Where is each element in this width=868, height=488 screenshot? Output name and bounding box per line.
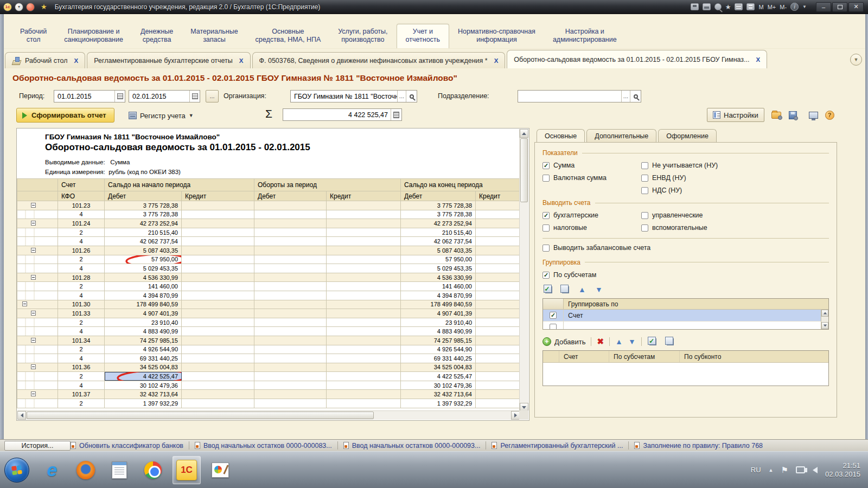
tree-cell[interactable] bbox=[17, 327, 58, 336]
turnover-credit-cell[interactable] bbox=[327, 345, 401, 354]
tree-cell[interactable] bbox=[17, 354, 58, 363]
begin-debit-cell[interactable]: 178 499 840,59 bbox=[105, 300, 182, 309]
tree-cell[interactable] bbox=[17, 300, 58, 309]
begin-credit-cell[interactable] bbox=[182, 228, 254, 237]
report-row[interactable]: 442 062 737,5442 062 737,54 bbox=[17, 237, 520, 246]
tree-cell[interactable] bbox=[17, 237, 58, 246]
collapse-icon[interactable] bbox=[31, 221, 36, 226]
turnover-credit-cell[interactable] bbox=[327, 210, 401, 219]
turnover-debit-cell[interactable] bbox=[254, 264, 327, 273]
begin-credit-cell[interactable] bbox=[182, 201, 254, 210]
move-down-icon[interactable]: ▼ bbox=[593, 284, 605, 295]
begin-debit-cell[interactable]: 57 950,00 bbox=[105, 255, 182, 264]
begin-credit-cell[interactable] bbox=[182, 381, 254, 390]
status-item-3[interactable]: Регламентированный бухгалтерский ... bbox=[492, 442, 623, 450]
turnover-debit-cell[interactable] bbox=[254, 327, 327, 336]
report-row[interactable]: 101.3732 432 713,6432 432 713,64 bbox=[17, 390, 520, 399]
tree-cell[interactable] bbox=[17, 372, 58, 381]
begin-debit-cell[interactable]: 1 397 932,29 bbox=[105, 399, 182, 408]
end-credit-cell[interactable] bbox=[476, 372, 520, 381]
vertical-scrollbar[interactable] bbox=[519, 129, 528, 412]
ribbon-tab-7[interactable]: Нормативно-справочнаяинформация bbox=[449, 24, 544, 48]
begin-debit-cell[interactable]: 34 525 004,83 bbox=[105, 363, 182, 372]
begin-credit-cell[interactable] bbox=[182, 309, 254, 318]
group-by-scrollbar[interactable] bbox=[821, 310, 828, 329]
begin-debit-cell[interactable]: 3 775 728,38 bbox=[105, 201, 182, 210]
turnover-credit-cell[interactable] bbox=[327, 309, 401, 318]
end-credit-cell[interactable] bbox=[476, 237, 520, 246]
turnover-credit-cell[interactable] bbox=[327, 228, 401, 237]
organization-field[interactable]: ГБОУ Гимназия № 1811 "Восточн ... bbox=[290, 90, 417, 102]
begin-debit-cell[interactable]: 42 273 252,94 bbox=[105, 219, 182, 228]
begin-debit-cell[interactable]: 74 257 985,15 bbox=[105, 336, 182, 345]
close-button[interactable]: ✕ bbox=[848, 2, 864, 12]
move-up-icon[interactable]: ▲ bbox=[615, 337, 623, 346]
tab-list-dropdown-icon[interactable]: ▼ bbox=[850, 54, 862, 66]
end-credit-cell[interactable] bbox=[476, 246, 520, 255]
end-debit-cell[interactable]: 5 087 403,35 bbox=[401, 246, 476, 255]
account-cell[interactable]: 2 bbox=[58, 318, 105, 327]
action-center-flag-icon[interactable]: ⚑ bbox=[781, 465, 788, 475]
row-checkbox-cell[interactable] bbox=[543, 322, 564, 330]
copy-icon[interactable] bbox=[665, 336, 676, 347]
copy-icon[interactable] bbox=[559, 284, 571, 295]
report-row[interactable]: 101.284 536 330,994 536 330,99 bbox=[17, 273, 520, 282]
collapse-icon[interactable] bbox=[22, 301, 27, 306]
account-cell[interactable]: 4 bbox=[58, 210, 105, 219]
document-tab-3[interactable]: Оборотно-сальдовая ведомость за 01.01.20… bbox=[507, 50, 767, 68]
turnover-credit-cell[interactable] bbox=[327, 354, 401, 363]
checkbox-option[interactable]: вспомогательные bbox=[641, 224, 829, 232]
turnover-credit-cell[interactable] bbox=[327, 255, 401, 264]
record-icon[interactable] bbox=[26, 3, 35, 11]
end-credit-cell[interactable] bbox=[476, 210, 520, 219]
horizontal-scrollbar[interactable] bbox=[17, 410, 520, 420]
turnover-debit-cell[interactable] bbox=[254, 210, 327, 219]
end-debit-cell[interactable]: 178 499 840,59 bbox=[401, 300, 476, 309]
account-cell[interactable]: 101.30 bbox=[58, 300, 105, 309]
begin-credit-cell[interactable] bbox=[182, 300, 254, 309]
account-cell[interactable]: 2 bbox=[58, 399, 105, 408]
settings-tab-0[interactable]: Основные bbox=[537, 129, 585, 143]
turnover-debit-cell[interactable] bbox=[254, 354, 327, 363]
begin-debit-cell[interactable]: 4 907 401,39 bbox=[105, 309, 182, 318]
account-cell[interactable]: 4 bbox=[58, 354, 105, 363]
account-cell[interactable]: 101.33 bbox=[58, 309, 105, 318]
unchecked-checkbox-icon[interactable] bbox=[641, 162, 648, 169]
end-debit-cell[interactable]: 4 394 870,99 bbox=[401, 291, 476, 300]
end-debit-cell[interactable]: 4 907 401,39 bbox=[401, 309, 476, 318]
end-debit-cell[interactable]: 4 883 490,99 bbox=[401, 327, 476, 336]
scroll-left-icon[interactable] bbox=[17, 411, 26, 420]
department-field[interactable]: ... bbox=[518, 90, 641, 102]
account-cell[interactable]: 4 bbox=[58, 381, 105, 390]
calendar-picker-icon[interactable] bbox=[189, 91, 200, 102]
close-tab-icon[interactable]: X bbox=[492, 57, 499, 64]
account-cell[interactable]: 4 bbox=[58, 327, 105, 336]
print-icon[interactable] bbox=[703, 3, 711, 10]
checked-checkbox-icon[interactable]: ✓ bbox=[542, 272, 550, 279]
turnover-debit-cell[interactable] bbox=[254, 300, 327, 309]
end-debit-cell[interactable]: 3 775 728,38 bbox=[401, 210, 476, 219]
monitor-icon[interactable] bbox=[807, 108, 820, 121]
end-debit-cell[interactable]: 74 257 985,15 bbox=[401, 336, 476, 345]
turnover-credit-cell[interactable] bbox=[327, 372, 401, 381]
generate-report-button[interactable]: Сформировать отчет bbox=[16, 108, 114, 123]
account-cell[interactable]: 101.26 bbox=[58, 246, 105, 255]
move-up-icon[interactable]: ▲ bbox=[576, 284, 588, 295]
ribbon-tab-3[interactable]: Материальныезапасы bbox=[182, 24, 246, 48]
turnover-debit-cell[interactable] bbox=[254, 201, 327, 210]
tree-cell[interactable] bbox=[17, 291, 58, 300]
checkbox-option[interactable]: НДС (НУ) bbox=[641, 187, 829, 194]
calculator-icon[interactable] bbox=[746, 3, 755, 10]
save-icon[interactable] bbox=[691, 3, 699, 10]
checkbox-option[interactable]: налоговые bbox=[542, 224, 641, 232]
end-debit-cell[interactable]: 23 910,40 bbox=[401, 318, 476, 327]
turnover-debit-cell[interactable] bbox=[254, 309, 327, 318]
turnover-debit-cell[interactable] bbox=[254, 291, 327, 300]
end-credit-cell[interactable] bbox=[476, 228, 520, 237]
organization-value[interactable]: ГБОУ Гимназия № 1811 "Восточн bbox=[291, 93, 397, 100]
status-item-1[interactable]: Ввод начальных остатков 0000-000083... bbox=[195, 442, 332, 450]
tree-cell[interactable] bbox=[17, 309, 58, 318]
begin-credit-cell[interactable] bbox=[182, 246, 254, 255]
turnover-credit-cell[interactable] bbox=[327, 327, 401, 336]
begin-credit-cell[interactable] bbox=[182, 273, 254, 282]
